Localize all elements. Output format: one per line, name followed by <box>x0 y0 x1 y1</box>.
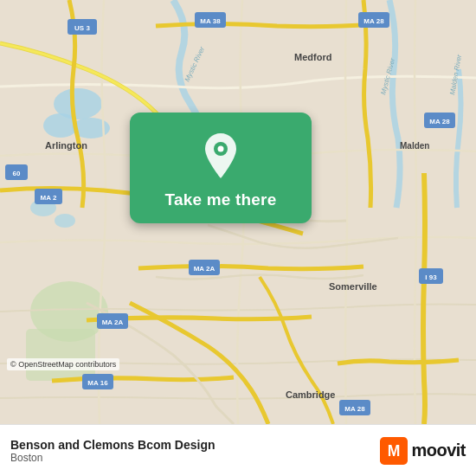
location-info: Benson and Clemons Bcom Design Boston <box>10 438 380 464</box>
svg-text:Somerville: Somerville <box>329 281 377 292</box>
take-me-there-label: Take me there <box>165 190 277 209</box>
moovit-text: moovit <box>411 441 466 460</box>
location-city: Boston <box>10 452 380 464</box>
svg-text:MA 2: MA 2 <box>41 194 57 202</box>
map-container: US 3 MA 38 MA 28 MA 28 60 MA 2 MA 2A MA … <box>0 0 476 424</box>
svg-text:MA 2A: MA 2A <box>194 265 215 273</box>
svg-rect-7 <box>26 329 95 381</box>
bottom-bar: Benson and Clemons Bcom Design Boston M … <box>0 424 476 476</box>
svg-text:MA 28: MA 28 <box>363 17 384 25</box>
svg-text:Medford: Medford <box>294 52 331 62</box>
svg-point-5 <box>55 214 75 228</box>
svg-text:60: 60 <box>13 170 21 177</box>
svg-text:Cambridge: Cambridge <box>286 389 335 400</box>
svg-text:M: M <box>388 442 401 460</box>
take-me-there-card[interactable]: Take me there <box>130 113 312 223</box>
svg-text:I 93: I 93 <box>425 273 437 281</box>
svg-text:MA 28: MA 28 <box>429 118 450 125</box>
svg-text:MA 38: MA 38 <box>200 17 221 25</box>
svg-text:US 3: US 3 <box>74 24 90 32</box>
copyright: © OpenStreetMap contributors <box>7 358 119 370</box>
pin-icon <box>195 130 247 182</box>
svg-text:Arlington: Arlington <box>45 140 87 151</box>
svg-text:MA 28: MA 28 <box>344 405 365 413</box>
svg-text:Malden: Malden <box>400 141 429 151</box>
moovit-icon: M <box>380 437 408 465</box>
svg-text:MA 2A: MA 2A <box>102 318 124 326</box>
svg-point-39 <box>218 146 224 152</box>
moovit-logo: M moovit <box>380 437 466 465</box>
svg-text:MA 16: MA 16 <box>87 379 108 387</box>
location-name: Benson and Clemons Bcom Design <box>10 438 380 452</box>
